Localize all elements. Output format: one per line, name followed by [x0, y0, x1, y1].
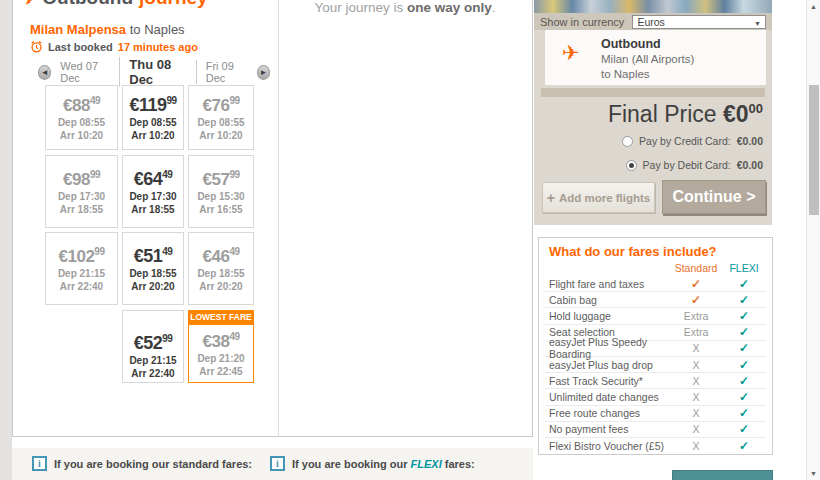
final-price-amount: €0 — [723, 101, 749, 127]
flexi-check-icon: ✓ — [722, 422, 766, 436]
outbound-journey-header: Outbound journey — [22, 0, 208, 9]
fare-cell-r1c3[interactable]: €7699 Dep 08:55 Arr 10:20 — [188, 85, 254, 150]
standard-x-icon: X — [670, 359, 722, 371]
fares-row-flight-fare: Flight fare and taxes✓✓ — [545, 276, 766, 292]
currency-bar: Show in currency Euros — [534, 13, 772, 30]
fares-row-route-changes: Free route changesX✓ — [545, 406, 766, 422]
fares-include-panel: What do our fares include? Standard FLEX… — [538, 237, 773, 455]
pay-by-credit-card-option[interactable]: Pay by Credit Card: €0.00 — [622, 135, 763, 147]
scroll-down-icon[interactable] — [807, 470, 820, 477]
standard-column-header: Standard — [670, 262, 722, 274]
date-tabs: Wed 07 Dec Thu 08 Dec Fri 09 Dec — [51, 57, 256, 87]
route-origin: Milan Malpensa — [30, 22, 126, 37]
column-divider — [278, 0, 279, 437]
fare-cell-r3c2[interactable]: €5149 Dep 18:55 Arr 20:20 — [122, 232, 184, 305]
last-booked-value: 17 minutes ago — [118, 41, 198, 53]
flexi-check-icon: ✓ — [722, 374, 766, 388]
header-title-accent: journey — [139, 0, 208, 9]
teal-action-button[interactable] — [672, 470, 773, 480]
flexi-check-icon: ✓ — [722, 390, 766, 404]
info-icon — [32, 456, 47, 471]
fares-row-speedy-boarding: easyJet Plus Speedy BoardingX✓ — [545, 341, 766, 357]
route-title: Milan Malpensa to Naples — [30, 22, 185, 37]
credit-card-label: Pay by Credit Card: — [639, 135, 731, 147]
flexi-check-icon: ✓ — [722, 277, 766, 291]
fares-row-no-payment-fees: No payment feesX✓ — [545, 422, 766, 438]
outbound-summary-destination: to Naples — [601, 68, 650, 80]
add-more-flights-label: Add more flights — [559, 192, 650, 204]
flexi-check-icon: ✓ — [722, 406, 766, 420]
previous-day-button[interactable] — [38, 65, 51, 80]
fare-cell-r4c3-lowest-fare[interactable]: €3849 Dep 21:20 Arr 22:45 — [188, 324, 254, 383]
flexi-check-icon: ✓ — [722, 341, 766, 355]
fare-cell-r2c2[interactable]: €6449 Dep 17:30 Arr 18:55 — [122, 155, 184, 228]
fare-cell-r3c1[interactable]: €10299 Dep 21:15 Arr 22:40 — [45, 232, 118, 305]
fares-row-date-changes: Unlimited date changesX✓ — [545, 389, 766, 405]
header-title: Outbound — [42, 0, 133, 9]
standard-x-icon: X — [670, 375, 722, 387]
fare-cell-r2c3[interactable]: €5799 Dep 15:30 Arr 16:55 — [188, 155, 254, 228]
flexi-check-icon: ✓ — [722, 358, 766, 372]
vertical-scrollbar[interactable] — [806, 0, 820, 480]
standard-fares-info-label: If you are booking our standard fares: — [54, 458, 252, 470]
date-tab-fri-09-dec[interactable]: Fri 09 Dec — [196, 60, 257, 84]
destination-photo — [534, 0, 772, 13]
standard-x-icon: X — [670, 423, 722, 435]
credit-card-radio[interactable] — [622, 136, 633, 147]
debit-card-amount: €0.00 — [737, 159, 763, 171]
basket-summary-panel: Show in currency Euros Outbound Milan (A… — [534, 0, 772, 225]
outbound-summary-origin: Milan (All Airports) — [601, 53, 694, 65]
flexi-check-icon: ✓ — [722, 439, 766, 453]
currency-label: Show in currency — [540, 16, 624, 28]
standard-extra-text: Extra — [670, 310, 722, 322]
fare-cell-r1c2[interactable]: €11999 Dep 08:55 Arr 10:20 — [122, 85, 184, 150]
outbound-summary-title: Outbound — [601, 37, 661, 51]
fare-cell-r3c3[interactable]: €4649 Dep 18:55 Arr 20:20 — [188, 232, 254, 305]
fare-cell-r2c1[interactable]: €9899 Dep 17:30 Arr 18:55 — [45, 155, 118, 228]
final-price-cents: 00 — [749, 101, 763, 116]
last-booked-label: Last booked — [48, 41, 113, 53]
scrollbar-thumb[interactable] — [809, 85, 819, 215]
lowest-fare-banner: LOWEST FARE — [188, 310, 254, 324]
info-icon — [270, 456, 285, 471]
last-booked-line: Last booked 17 minutes ago — [30, 40, 198, 53]
credit-card-amount: €0.00 — [737, 135, 763, 147]
standard-extra-text: Extra — [670, 326, 722, 338]
standard-check-icon: ✓ — [670, 293, 722, 307]
continue-label: Continue > — [672, 188, 755, 206]
fares-include-header: Standard FLEXI — [545, 262, 766, 274]
standard-x-icon: X — [670, 440, 722, 452]
page-left-margin — [0, 0, 12, 480]
standard-x-icon: X — [670, 342, 722, 354]
flexi-check-icon: ✓ — [722, 325, 766, 339]
final-price: Final Price €000 — [608, 101, 763, 128]
flexi-fares-info-label: If you are booking our FLEXI fares: — [292, 458, 475, 470]
plus-icon — [547, 190, 555, 206]
continue-button[interactable]: Continue > — [662, 180, 766, 214]
fares-row-cabin-bag: Cabin bag✓✓ — [545, 292, 766, 308]
currency-select[interactable]: Euros — [632, 15, 766, 29]
flight-booking-page: Outbound journey Milan Malpensa to Naple… — [0, 0, 820, 480]
fares-include-rows: Flight fare and taxes✓✓ Cabin bag✓✓ Hold… — [545, 276, 766, 454]
fare-cell-r4c2[interactable]: €5299 Dep 21:15 Arr 22:40 — [122, 310, 184, 383]
fares-row-hold-luggage: Hold luggageExtra✓ — [545, 308, 766, 324]
date-tab-thu-08-dec[interactable]: Thu 08 Dec — [119, 57, 195, 87]
final-price-label: Final Price — [608, 101, 723, 127]
journey-note: Your journey is one way only. — [278, 0, 532, 15]
date-navigation: Wed 07 Dec Thu 08 Dec Fri 09 Dec — [38, 57, 270, 87]
outbound-summary-card: Outbound Milan (All Airports) to Naples — [545, 30, 766, 85]
fares-info-strip: If you are booking our standard fares: I… — [12, 448, 533, 480]
debit-card-label: Pay by Debit Card: — [643, 159, 731, 171]
next-day-button[interactable] — [257, 65, 270, 80]
fares-row-bag-drop: easyJet Plus bag dropX✓ — [545, 357, 766, 373]
fares-row-fast-track: Fast Track Security*X✓ — [545, 373, 766, 389]
flexi-check-icon: ✓ — [722, 309, 766, 323]
fare-cell-r1c1[interactable]: €8849 Dep 08:55 Arr 10:20 — [45, 85, 118, 150]
currency-value: Euros — [637, 16, 664, 28]
date-tab-wed-07-dec[interactable]: Wed 07 Dec — [51, 60, 119, 84]
debit-card-radio[interactable] — [626, 160, 637, 171]
add-more-flights-button[interactable]: Add more flights — [542, 182, 655, 213]
scroll-up-icon[interactable] — [807, 3, 820, 10]
fares-row-bistro-voucher: Flexi Bistro Voucher (£5)X✓ — [545, 438, 766, 454]
pay-by-debit-card-option[interactable]: Pay by Debit Card: €0.00 — [626, 159, 763, 171]
